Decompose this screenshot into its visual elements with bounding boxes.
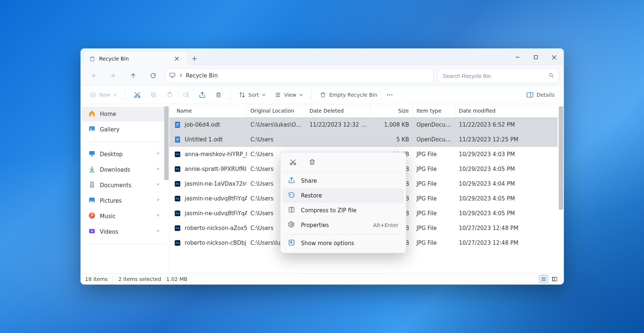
svg-text:Ps: Ps bbox=[175, 226, 179, 230]
ctx-label: Show more options bbox=[301, 240, 354, 247]
ctx-separator bbox=[283, 172, 404, 172]
search-input[interactable] bbox=[442, 72, 545, 79]
tab-close-button[interactable] bbox=[172, 54, 182, 64]
forward-button[interactable] bbox=[105, 68, 121, 83]
sidebar-item-gallery[interactable]: Gallery bbox=[82, 122, 167, 137]
ctx-separator bbox=[283, 234, 404, 234]
share-button[interactable] bbox=[195, 88, 210, 102]
sidebar-item-home[interactable]: Home bbox=[82, 107, 167, 121]
search-box[interactable] bbox=[437, 68, 559, 83]
ctx-label: Properties bbox=[301, 222, 329, 229]
main-scrollbar[interactable] bbox=[558, 104, 564, 273]
documents-icon bbox=[88, 181, 96, 190]
more-options-icon bbox=[288, 239, 295, 248]
cell-type: JPG File bbox=[413, 195, 455, 202]
cell-date-modified: 10/29/2023 4:05 PM bbox=[455, 166, 558, 172]
sort-button[interactable]: Sort bbox=[235, 88, 269, 102]
details-pane-button[interactable]: Details bbox=[523, 88, 558, 102]
sidebar-item-music[interactable]: Music bbox=[82, 209, 167, 224]
minimize-button[interactable] bbox=[508, 49, 527, 66]
status-bar: 18 items 2 items selected 1.02 MB bbox=[81, 273, 564, 284]
ctx-share[interactable]: Share bbox=[283, 174, 404, 188]
svg-point-39 bbox=[290, 163, 292, 165]
ctx-compress[interactable]: Compress to ZIP file bbox=[283, 203, 404, 218]
titlebar: Recycle Bin bbox=[81, 49, 564, 66]
sidebar-label: Videos bbox=[100, 229, 118, 235]
sidebar-item-videos[interactable]: Videos bbox=[82, 224, 167, 239]
col-size[interactable]: Size bbox=[371, 104, 413, 117]
address-bar[interactable]: Recycle Bin bbox=[165, 68, 434, 83]
pin-icon[interactable] bbox=[155, 151, 160, 158]
file-icon bbox=[174, 136, 181, 143]
new-tab-button[interactable] bbox=[187, 52, 202, 66]
new-button[interactable]: New bbox=[86, 88, 121, 102]
cell-date-modified: 11/23/2023 12:25 PM bbox=[455, 136, 558, 143]
cell-size: 5 KB bbox=[371, 136, 413, 143]
pin-icon[interactable] bbox=[155, 213, 160, 220]
col-date-deleted[interactable]: Date Deleted bbox=[306, 104, 371, 117]
cell-type: JPG File bbox=[413, 166, 455, 172]
view-label: View bbox=[284, 92, 296, 98]
ctx-delete-button[interactable] bbox=[307, 157, 317, 167]
context-menu: Share Restore Compress to ZIP file Prope… bbox=[280, 152, 406, 253]
recycle-bin-icon bbox=[89, 55, 96, 62]
rename-button[interactable] bbox=[179, 88, 193, 102]
svg-rect-6 bbox=[152, 94, 156, 97]
sidebar-label: Gallery bbox=[100, 126, 120, 133]
col-original-location[interactable]: Original Location bbox=[247, 104, 306, 117]
table-row[interactable]: job-06d4.odtC:\Users\lukas\One…11/22/202… bbox=[169, 117, 558, 132]
col-date-modified[interactable]: Date modified bbox=[455, 104, 558, 117]
breadcrumb-location[interactable]: Recycle Bin bbox=[186, 72, 218, 79]
svg-text:Ps: Ps bbox=[175, 182, 179, 186]
copy-button[interactable] bbox=[146, 88, 161, 102]
col-name[interactable]: Name bbox=[169, 104, 247, 117]
cell-original-location: C:\Users bbox=[247, 136, 306, 143]
thumbnails-view-button[interactable] bbox=[550, 275, 559, 283]
delete-button[interactable] bbox=[211, 88, 226, 102]
tab-title: Recycle Bin bbox=[99, 56, 168, 62]
sidebar-item-documents[interactable]: Documents bbox=[82, 178, 167, 193]
up-button[interactable] bbox=[125, 68, 141, 83]
maximize-button[interactable] bbox=[527, 49, 545, 66]
pin-icon[interactable] bbox=[155, 198, 160, 204]
desktop-icon bbox=[88, 150, 96, 159]
cell-type: JPG File bbox=[413, 151, 455, 158]
cell-original-location: C:\Users\lukas\One… bbox=[247, 121, 306, 128]
sidebar-item-downloads[interactable]: Downloads bbox=[82, 162, 167, 177]
sidebar-item-pictures[interactable]: Pictures bbox=[82, 193, 167, 208]
cell-date-modified: 10/27/2023 12:48 PM bbox=[455, 225, 558, 231]
pin-icon[interactable] bbox=[155, 229, 160, 235]
sidebar-label: Pictures bbox=[100, 198, 122, 204]
table-row[interactable]: Untitled 1.odtC:\Users5 KBOpenDocum…11/2… bbox=[169, 132, 558, 147]
back-button[interactable] bbox=[85, 68, 101, 83]
ctx-properties[interactable]: Properties Alt+Enter bbox=[283, 218, 404, 233]
sidebar-label: Desktop bbox=[100, 151, 123, 158]
details-view-button[interactable] bbox=[539, 275, 548, 283]
file-icon: Ps bbox=[174, 165, 181, 173]
paste-button[interactable] bbox=[162, 88, 177, 102]
ctx-cut-button[interactable] bbox=[288, 157, 298, 167]
sidebar-divider bbox=[87, 244, 163, 244]
sidebar-item-desktop[interactable]: Desktop bbox=[82, 147, 167, 162]
pin-icon[interactable] bbox=[155, 182, 160, 189]
svg-point-16 bbox=[90, 128, 91, 129]
svg-point-19 bbox=[89, 213, 95, 219]
file-name: annie-spratt-9PXRUfRI… bbox=[185, 166, 247, 172]
sidebar-scrollbar[interactable] bbox=[164, 104, 169, 273]
ctx-more-options[interactable]: Show more options bbox=[283, 236, 404, 251]
refresh-button[interactable] bbox=[145, 68, 161, 83]
empty-recycle-bin-button[interactable]: Empty Recycle Bin bbox=[316, 88, 381, 102]
view-button[interactable]: View bbox=[271, 88, 307, 102]
column-headers: Name Original Location Date Deleted Size… bbox=[169, 104, 564, 117]
col-item-type[interactable]: Item type bbox=[413, 104, 455, 117]
close-window-button[interactable] bbox=[545, 49, 564, 66]
ctx-restore[interactable]: Restore bbox=[283, 188, 404, 203]
cut-button[interactable] bbox=[130, 88, 145, 102]
file-name: Untitled 1.odt bbox=[185, 136, 223, 143]
pin-icon[interactable] bbox=[155, 166, 160, 173]
tab-recycle-bin[interactable]: Recycle Bin bbox=[84, 52, 187, 66]
cell-date-modified: 10/29/2023 4:05 PM bbox=[455, 210, 558, 217]
svg-rect-10 bbox=[183, 93, 187, 96]
more-button[interactable] bbox=[382, 88, 397, 102]
file-icon bbox=[174, 121, 181, 128]
